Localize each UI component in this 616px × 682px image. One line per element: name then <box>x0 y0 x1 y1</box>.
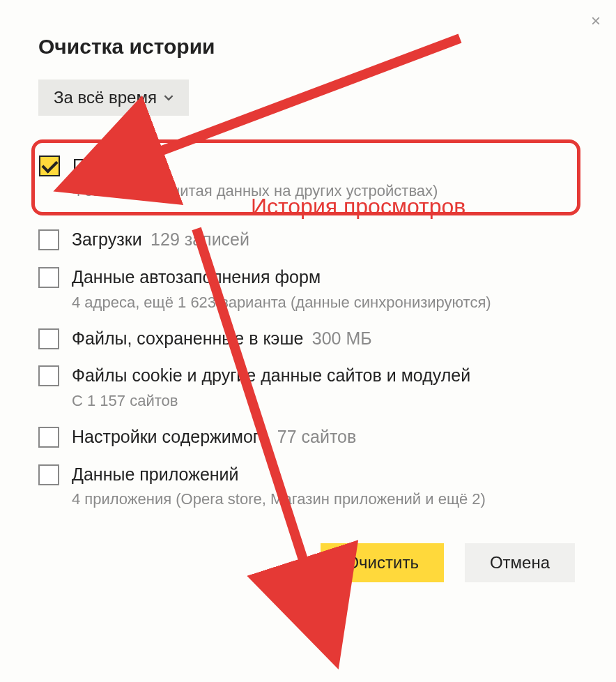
option-detail-inline: 300 МБ <box>312 328 372 348</box>
checkbox-autofill[interactable] <box>38 267 59 288</box>
option-label: Просмотры <box>72 156 164 175</box>
clear-history-dialog: × Очистка истории За всё время Просмотры… <box>0 0 616 610</box>
checkbox-views[interactable] <box>39 156 60 176</box>
option-detail: С 1 157 сайтов <box>72 391 578 411</box>
time-range-select[interactable]: За всё время <box>38 79 189 116</box>
checkbox-app-data[interactable] <box>38 464 59 485</box>
close-icon[interactable]: × <box>591 13 601 29</box>
option-autofill: Данные автозаполнения форм 4 адреса, ещё… <box>38 264 578 314</box>
option-detail-inline: 77 сайтов <box>277 427 356 446</box>
option-label: Загрузки <box>72 229 142 249</box>
annotation-highlight-box: Просмотры 4 записи (не считая данных на … <box>31 139 580 215</box>
options-list: Просмотры 4 записи (не считая данных на … <box>38 139 578 511</box>
option-app-data: Данные приложений 4 приложения (Opera st… <box>38 462 578 511</box>
checkbox-downloads[interactable] <box>38 229 59 250</box>
option-content-settings: Настройки содержимого 77 сайтов <box>38 424 578 450</box>
option-label: Данные приложений <box>72 464 239 484</box>
checkbox-content-settings[interactable] <box>38 427 59 448</box>
dialog-title: Очистка истории <box>38 35 578 59</box>
option-label: Файлы cookie и другие данные сайтов и мо… <box>72 365 470 385</box>
option-label: Настройки содержимого <box>72 427 268 446</box>
option-detail-inline: 129 записей <box>151 229 249 249</box>
option-detail: 4 адреса, ещё 1 623 варианта (данные син… <box>72 292 578 313</box>
option-downloads: Загрузки 129 записей <box>38 227 578 253</box>
checkbox-cache[interactable] <box>38 328 59 349</box>
checkbox-cookies[interactable] <box>38 365 59 386</box>
option-cache: Файлы, сохраненные в кэше 300 МБ <box>38 326 578 352</box>
option-label: Данные автозаполнения форм <box>72 267 321 287</box>
dialog-buttons: Очистить Отмена <box>38 543 578 582</box>
option-cookies: Файлы cookie и другие данные сайтов и мо… <box>38 363 578 412</box>
option-detail: 4 приложения (Opera store, Магазин прило… <box>72 489 578 510</box>
clear-button[interactable]: Очистить <box>321 543 443 582</box>
option-views: Просмотры 4 записи (не считая данных на … <box>39 153 570 202</box>
option-label: Файлы, сохраненные в кэше <box>72 328 303 348</box>
chevron-down-icon <box>164 93 174 103</box>
time-range-label: За всё время <box>54 88 157 107</box>
option-detail: 4 записи (не считая данных на других уст… <box>72 181 570 202</box>
cancel-button[interactable]: Отмена <box>465 543 575 582</box>
